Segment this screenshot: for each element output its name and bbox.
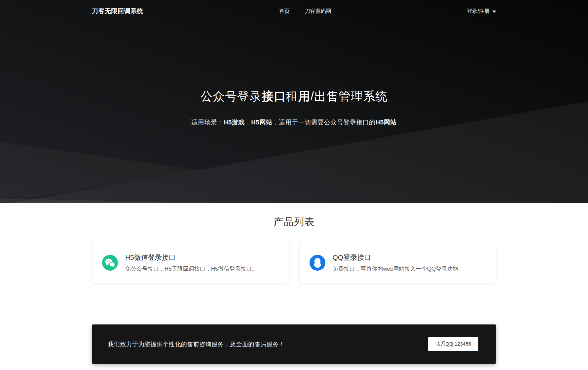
products-heading: 产品列表 — [0, 203, 588, 229]
login-register-label: 登录/注册 — [467, 8, 490, 15]
hero-title-segment: 接口 — [262, 89, 286, 103]
product-cards-row: H5微信登录接口 免公众号接口，H5无限回调接口，H5微信登录接口。 QQ登录接… — [92, 242, 496, 283]
contact-banner: 我们致力于为您提供个性化的售前咨询服务，及全面的售后服务！ 联系QQ:12345… — [92, 324, 496, 364]
nav-links: 首页 刀客源码网 — [143, 8, 467, 15]
product-card-wechat[interactable]: H5微信登录接口 免公众号接口，H5无限回调接口，H5微信登录接口。 — [92, 242, 289, 283]
login-register-dropdown[interactable]: 登录/注册 — [467, 8, 496, 15]
qq-icon — [310, 255, 325, 271]
wechat-icon — [102, 255, 118, 271]
hero-subtitle-segment: ，适用于一切需要公众号登录接口的 — [273, 119, 376, 126]
hero-subtitle-segment: H5网站 — [251, 119, 272, 126]
nav-item-home[interactable]: 首页 — [279, 8, 290, 14]
hero-title-segment: /出售管理系统 — [311, 89, 387, 103]
product-title: QQ登录接口 — [333, 253, 464, 262]
card-body: H5微信登录接口 免公众号接口，H5无限回调接口，H5微信登录接口。 — [125, 253, 257, 273]
nav-item-daoke-source[interactable]: 刀客源码网 — [305, 8, 331, 14]
hero-title: 公众号登录接口租用/出售管理系统 — [0, 88, 588, 105]
hero-subtitle-segment: 适用场景： — [191, 119, 224, 126]
hero-section: 刀客无限回调系统 首页 刀客源码网 登录/注册 公众号登录接口租用/出售管理系统… — [0, 0, 588, 203]
contact-message: 我们致力于为您提供个性化的售前咨询服务，及全面的售后服务！ — [108, 340, 285, 348]
site-logo[interactable]: 刀客无限回调系统 — [92, 7, 143, 16]
hero-title-segment: 公众号登录 — [201, 89, 262, 103]
hero-subtitle: 适用场景：H5游戏，H5网站，适用于一切需要公众号登录接口的H5网站 — [0, 118, 588, 127]
top-navbar: 刀客无限回调系统 首页 刀客源码网 登录/注册 — [0, 0, 588, 22]
hero-subtitle-segment: H5游戏 — [224, 119, 245, 126]
product-title: H5微信登录接口 — [125, 253, 257, 262]
hero-subtitle-segment: H5网站 — [376, 119, 397, 126]
contact-qq-button[interactable]: 联系QQ:123456 — [428, 337, 478, 351]
hero-title-segment: 用 — [298, 89, 311, 103]
product-description: 免费接口，可将你的web网站接入一个QQ登录功能。 — [333, 265, 464, 273]
products-section: 产品列表 H5 — [0, 203, 588, 364]
product-description: 免公众号接口，H5无限回调接口，H5微信登录接口。 — [125, 265, 257, 273]
hero-subtitle-segment: ， — [245, 119, 251, 126]
card-body: QQ登录接口 免费接口，可将你的web网站接入一个QQ登录功能。 — [333, 253, 464, 273]
caret-down-icon — [492, 11, 496, 13]
product-card-qq[interactable]: QQ登录接口 免费接口，可将你的web网站接入一个QQ登录功能。 — [299, 242, 496, 283]
hero-title-segment: 租 — [286, 89, 298, 103]
